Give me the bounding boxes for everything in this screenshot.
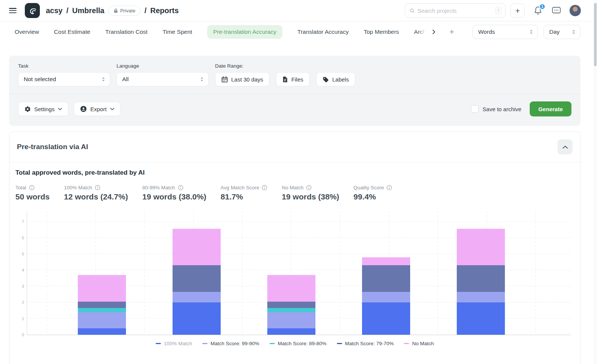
tag-icon	[323, 76, 329, 83]
stat-quality-score: Quality Score 99.4%	[353, 185, 392, 201]
legend-marker	[270, 343, 275, 344]
language-filter-label: Language	[117, 63, 209, 69]
unit-select-value: Words	[478, 29, 495, 35]
bar-segment	[457, 302, 505, 335]
breadcrumb-separator: /	[144, 6, 147, 15]
files-button-label: Files	[291, 76, 303, 83]
filters-actions-row: Settings Export Save to archive Generate	[18, 101, 571, 116]
legend-marker	[337, 343, 342, 344]
chevron-right-icon	[431, 29, 436, 35]
info-icon[interactable]	[178, 185, 183, 190]
date-range-button[interactable]: Last 30 days	[215, 72, 270, 86]
user-avatar[interactable]	[569, 5, 581, 17]
export-button[interactable]: Export	[74, 102, 120, 116]
page-scrollbar[interactable]	[594, 0, 597, 364]
save-to-archive-checkbox[interactable]	[471, 105, 479, 113]
y-axis-tick: 3	[17, 284, 24, 288]
report-tabs: Overview Cost Estimate Translation Cost …	[0, 21, 597, 42]
notifications-button[interactable]: 1	[534, 6, 542, 15]
bar-group-5[interactable]	[457, 211, 505, 335]
top-bar: acsy / Umbrella Private / Reports / +	[0, 0, 597, 21]
breadcrumb-project[interactable]: Umbrella	[72, 6, 105, 15]
stat-label: 80-99% Match	[142, 185, 175, 190]
privacy-badge-label: Private	[120, 8, 135, 14]
chart-vgridline	[144, 211, 145, 335]
legend-item-100-match[interactable]: 100% Match	[156, 341, 192, 346]
stat-value: 81.7%	[221, 192, 268, 201]
bar-segment	[457, 292, 505, 302]
report-card: Pre-translation via AI Total approved wo…	[9, 131, 580, 364]
language-filter: Language All	[117, 63, 209, 86]
tab-cost-estimate[interactable]: Cost Estimate	[54, 25, 90, 39]
bar-segment	[173, 229, 221, 265]
stat-value: 19 words (38.0%)	[142, 192, 206, 201]
legend-item-79-70[interactable]: Match Score: 79-70%	[337, 341, 394, 346]
labels-button-label: Labels	[332, 76, 349, 83]
generate-button[interactable]: Generate	[530, 101, 571, 116]
labels-button[interactable]: Labels	[316, 72, 355, 86]
collapse-section-button[interactable]	[558, 139, 573, 154]
stat-80-99-match: 80-99% Match 19 words (38.0%)	[142, 185, 206, 201]
filters-panel: Task Not selected Language All	[9, 56, 580, 126]
tab-overview[interactable]: Overview	[15, 25, 39, 39]
filters-divider	[9, 94, 580, 94]
language-select-value: All	[122, 76, 129, 83]
legend-item-89-80[interactable]: Match Score: 89-80%	[270, 341, 327, 346]
bar-segment	[173, 302, 221, 335]
info-icon[interactable]	[386, 185, 392, 190]
bar-segment	[267, 328, 315, 335]
tab-translation-cost[interactable]: Translation Cost	[105, 25, 147, 39]
bar-group-3[interactable]	[267, 211, 315, 335]
y-axis-tick: 7	[17, 219, 24, 224]
tab-time-spent[interactable]: Time Spent	[162, 25, 192, 39]
tab-top-members[interactable]: Top Members	[364, 25, 399, 39]
date-range-filter: Date Range: Last 30 days	[215, 63, 355, 86]
messages-button[interactable]	[552, 6, 561, 15]
unit-select[interactable]: Words	[473, 25, 538, 39]
bar-group-2[interactable]	[173, 211, 221, 335]
search-icon	[410, 8, 414, 14]
stat-total: Total 50 words	[15, 185, 50, 201]
calendar-icon	[221, 76, 228, 83]
search-input[interactable]	[417, 8, 492, 14]
add-report-tab-button[interactable]: +	[449, 27, 454, 37]
info-icon[interactable]	[29, 185, 35, 190]
report-card-header: Pre-translation via AI	[9, 132, 580, 162]
language-select[interactable]: All	[117, 72, 209, 86]
search-box[interactable]: /	[405, 3, 506, 18]
task-select[interactable]: Not selected	[18, 72, 110, 86]
info-icon[interactable]	[306, 185, 312, 190]
tabs-scroll-right-button[interactable]	[431, 29, 436, 35]
legend-item-99-90[interactable]: Match Score: 99-90%	[202, 341, 259, 346]
lock-icon	[114, 8, 118, 13]
breadcrumb-org[interactable]: acsy	[46, 6, 63, 15]
bar-segment	[457, 265, 505, 292]
period-select[interactable]: Day	[544, 25, 580, 39]
scrollbar-thumb[interactable]	[594, 3, 597, 66]
breadcrumb-separator: /	[67, 6, 69, 15]
chart-plot: 01234567	[27, 211, 571, 335]
bar-segment	[173, 292, 221, 302]
legend-item-no-match[interactable]: No Match	[404, 341, 434, 346]
tab-translator-accuracy[interactable]: Translator Accuracy	[297, 25, 349, 39]
create-project-button[interactable]: +	[511, 3, 525, 18]
section-title: Pre-translation via AI	[17, 143, 88, 151]
breadcrumb: acsy / Umbrella Private / Reports	[46, 6, 179, 16]
settings-button[interactable]: Settings	[18, 102, 68, 116]
info-icon[interactable]	[95, 185, 100, 190]
file-icon	[282, 76, 288, 83]
bar-segment	[78, 302, 126, 308]
bar-group-1[interactable]	[78, 211, 126, 335]
legend-label: 100% Match	[164, 341, 192, 346]
period-select-value: Day	[549, 29, 560, 35]
info-icon[interactable]	[262, 185, 267, 190]
y-axis-tick: 5	[17, 252, 24, 256]
files-button[interactable]: Files	[276, 72, 310, 86]
download-icon	[80, 106, 87, 112]
tab-archive-truncated[interactable]: Arch	[414, 25, 426, 39]
app-logo[interactable]	[25, 3, 40, 18]
chart-vgridline	[340, 211, 340, 335]
bar-group-4[interactable]	[362, 211, 410, 335]
tab-pre-translation-accuracy[interactable]: Pre-translation Accuracy	[207, 25, 282, 39]
menu-button[interactable]	[9, 8, 17, 13]
